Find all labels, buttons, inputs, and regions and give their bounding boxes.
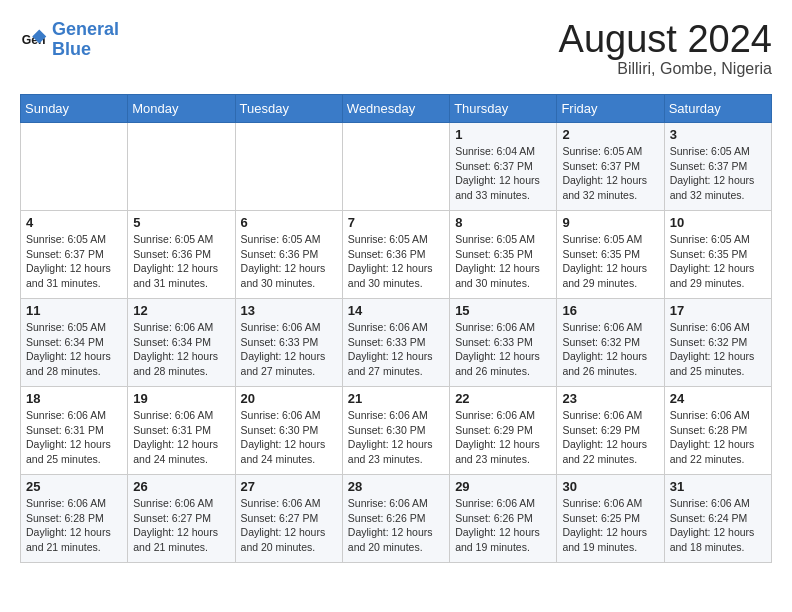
day-detail: Sunrise: 6:05 AM Sunset: 6:35 PM Dayligh… [670,232,766,291]
day-number: 29 [455,479,551,494]
day-number: 8 [455,215,551,230]
day-cell: 10Sunrise: 6:05 AM Sunset: 6:35 PM Dayli… [664,211,771,299]
day-cell: 31Sunrise: 6:06 AM Sunset: 6:24 PM Dayli… [664,475,771,563]
day-cell [128,123,235,211]
day-detail: Sunrise: 6:06 AM Sunset: 6:32 PM Dayligh… [562,320,658,379]
day-detail: Sunrise: 6:06 AM Sunset: 6:24 PM Dayligh… [670,496,766,555]
day-detail: Sunrise: 6:05 AM Sunset: 6:36 PM Dayligh… [241,232,337,291]
day-cell: 4Sunrise: 6:05 AM Sunset: 6:37 PM Daylig… [21,211,128,299]
day-detail: Sunrise: 6:05 AM Sunset: 6:36 PM Dayligh… [348,232,444,291]
day-cell: 30Sunrise: 6:06 AM Sunset: 6:25 PM Dayli… [557,475,664,563]
day-detail: Sunrise: 6:06 AM Sunset: 6:33 PM Dayligh… [455,320,551,379]
header-row: SundayMondayTuesdayWednesdayThursdayFrid… [21,95,772,123]
day-number: 12 [133,303,229,318]
header-saturday: Saturday [664,95,771,123]
day-number: 28 [348,479,444,494]
header-sunday: Sunday [21,95,128,123]
day-cell: 3Sunrise: 6:05 AM Sunset: 6:37 PM Daylig… [664,123,771,211]
day-number: 20 [241,391,337,406]
day-cell: 8Sunrise: 6:05 AM Sunset: 6:35 PM Daylig… [450,211,557,299]
day-cell [21,123,128,211]
day-detail: Sunrise: 6:06 AM Sunset: 6:28 PM Dayligh… [26,496,122,555]
day-number: 19 [133,391,229,406]
day-cell: 2Sunrise: 6:05 AM Sunset: 6:37 PM Daylig… [557,123,664,211]
day-number: 27 [241,479,337,494]
day-cell: 6Sunrise: 6:05 AM Sunset: 6:36 PM Daylig… [235,211,342,299]
day-detail: Sunrise: 6:06 AM Sunset: 6:33 PM Dayligh… [348,320,444,379]
day-detail: Sunrise: 6:05 AM Sunset: 6:34 PM Dayligh… [26,320,122,379]
calendar-table: SundayMondayTuesdayWednesdayThursdayFrid… [20,94,772,563]
day-number: 31 [670,479,766,494]
day-number: 14 [348,303,444,318]
day-detail: Sunrise: 6:05 AM Sunset: 6:37 PM Dayligh… [670,144,766,203]
day-detail: Sunrise: 6:06 AM Sunset: 6:33 PM Dayligh… [241,320,337,379]
day-detail: Sunrise: 6:06 AM Sunset: 6:26 PM Dayligh… [348,496,444,555]
day-cell: 18Sunrise: 6:06 AM Sunset: 6:31 PM Dayli… [21,387,128,475]
day-cell: 1Sunrise: 6:04 AM Sunset: 6:37 PM Daylig… [450,123,557,211]
day-number: 6 [241,215,337,230]
month-title: August 2024 [559,20,772,58]
day-number: 26 [133,479,229,494]
day-detail: Sunrise: 6:06 AM Sunset: 6:32 PM Dayligh… [670,320,766,379]
day-cell: 15Sunrise: 6:06 AM Sunset: 6:33 PM Dayli… [450,299,557,387]
day-number: 3 [670,127,766,142]
day-cell [235,123,342,211]
day-cell: 13Sunrise: 6:06 AM Sunset: 6:33 PM Dayli… [235,299,342,387]
day-cell: 25Sunrise: 6:06 AM Sunset: 6:28 PM Dayli… [21,475,128,563]
title-block: August 2024 Billiri, Gombe, Nigeria [559,20,772,78]
day-detail: Sunrise: 6:05 AM Sunset: 6:37 PM Dayligh… [26,232,122,291]
day-cell: 14Sunrise: 6:06 AM Sunset: 6:33 PM Dayli… [342,299,449,387]
day-detail: Sunrise: 6:06 AM Sunset: 6:29 PM Dayligh… [562,408,658,467]
day-detail: Sunrise: 6:04 AM Sunset: 6:37 PM Dayligh… [455,144,551,203]
day-number: 17 [670,303,766,318]
header-wednesday: Wednesday [342,95,449,123]
week-row-2: 4Sunrise: 6:05 AM Sunset: 6:37 PM Daylig… [21,211,772,299]
page-header: Gen GeneralBlue August 2024 Billiri, Gom… [20,20,772,78]
day-number: 10 [670,215,766,230]
day-detail: Sunrise: 6:05 AM Sunset: 6:36 PM Dayligh… [133,232,229,291]
day-number: 16 [562,303,658,318]
header-monday: Monday [128,95,235,123]
day-cell: 27Sunrise: 6:06 AM Sunset: 6:27 PM Dayli… [235,475,342,563]
day-detail: Sunrise: 6:06 AM Sunset: 6:34 PM Dayligh… [133,320,229,379]
day-number: 2 [562,127,658,142]
logo-icon: Gen [20,26,48,54]
day-number: 15 [455,303,551,318]
day-cell: 17Sunrise: 6:06 AM Sunset: 6:32 PM Dayli… [664,299,771,387]
header-friday: Friday [557,95,664,123]
day-number: 22 [455,391,551,406]
day-number: 9 [562,215,658,230]
day-number: 24 [670,391,766,406]
day-number: 4 [26,215,122,230]
day-number: 13 [241,303,337,318]
day-cell: 29Sunrise: 6:06 AM Sunset: 6:26 PM Dayli… [450,475,557,563]
day-cell: 9Sunrise: 6:05 AM Sunset: 6:35 PM Daylig… [557,211,664,299]
day-number: 23 [562,391,658,406]
day-cell: 24Sunrise: 6:06 AM Sunset: 6:28 PM Dayli… [664,387,771,475]
day-cell: 7Sunrise: 6:05 AM Sunset: 6:36 PM Daylig… [342,211,449,299]
day-detail: Sunrise: 6:06 AM Sunset: 6:25 PM Dayligh… [562,496,658,555]
day-cell: 19Sunrise: 6:06 AM Sunset: 6:31 PM Dayli… [128,387,235,475]
day-cell: 21Sunrise: 6:06 AM Sunset: 6:30 PM Dayli… [342,387,449,475]
location: Billiri, Gombe, Nigeria [559,60,772,78]
day-number: 18 [26,391,122,406]
logo-text: GeneralBlue [52,20,119,60]
day-cell: 26Sunrise: 6:06 AM Sunset: 6:27 PM Dayli… [128,475,235,563]
day-detail: Sunrise: 6:06 AM Sunset: 6:31 PM Dayligh… [26,408,122,467]
day-number: 11 [26,303,122,318]
day-cell: 11Sunrise: 6:05 AM Sunset: 6:34 PM Dayli… [21,299,128,387]
day-number: 1 [455,127,551,142]
day-cell: 22Sunrise: 6:06 AM Sunset: 6:29 PM Dayli… [450,387,557,475]
day-detail: Sunrise: 6:05 AM Sunset: 6:35 PM Dayligh… [562,232,658,291]
day-detail: Sunrise: 6:06 AM Sunset: 6:29 PM Dayligh… [455,408,551,467]
day-cell: 23Sunrise: 6:06 AM Sunset: 6:29 PM Dayli… [557,387,664,475]
day-cell: 12Sunrise: 6:06 AM Sunset: 6:34 PM Dayli… [128,299,235,387]
day-number: 21 [348,391,444,406]
week-row-1: 1Sunrise: 6:04 AM Sunset: 6:37 PM Daylig… [21,123,772,211]
day-detail: Sunrise: 6:06 AM Sunset: 6:28 PM Dayligh… [670,408,766,467]
day-detail: Sunrise: 6:06 AM Sunset: 6:27 PM Dayligh… [241,496,337,555]
day-number: 5 [133,215,229,230]
day-detail: Sunrise: 6:06 AM Sunset: 6:27 PM Dayligh… [133,496,229,555]
day-cell: 20Sunrise: 6:06 AM Sunset: 6:30 PM Dayli… [235,387,342,475]
header-thursday: Thursday [450,95,557,123]
